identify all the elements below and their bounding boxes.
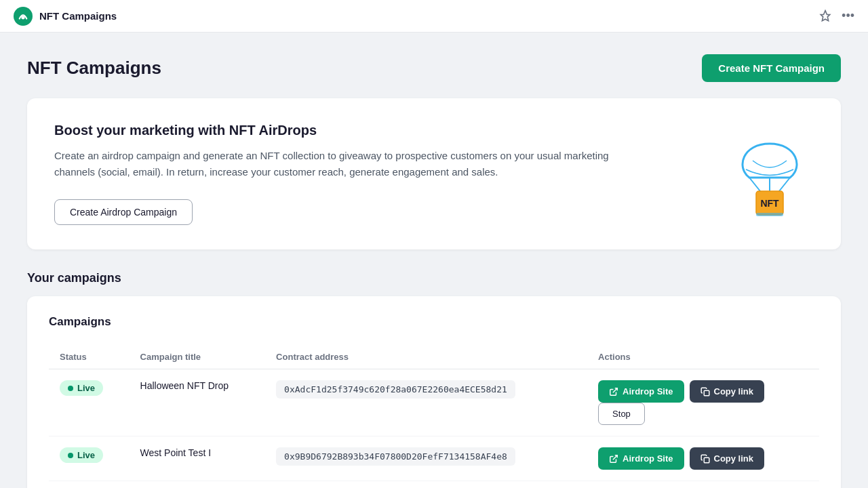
campaign-title-cell: West Point Test I — [130, 436, 266, 481]
app-logo-icon — [14, 7, 33, 26]
topbar-left: NFT Campaigns — [14, 7, 117, 26]
copy-link-label: Copy link — [714, 453, 754, 464]
stop-button[interactable]: Stop — [598, 403, 645, 425]
actions-cell: Airdrop Site Copy link — [587, 436, 819, 481]
contract-address: 0x9B9D6792B893b34F07800D20FefF7134158AF4… — [276, 447, 515, 466]
promo-card: Boost your marketing with NFT AirDrops C… — [27, 98, 841, 249]
airdrop-site-button[interactable]: Airdrop Site — [598, 380, 684, 403]
contract-address-cell: 0x9B9D6792B893b34F07800D20FefF7134158AF4… — [265, 436, 587, 481]
svg-rect-11 — [704, 458, 709, 463]
actions-row-top: Airdrop Site Copy link — [598, 447, 808, 470]
status-badge: Live — [60, 447, 103, 463]
svg-line-10 — [613, 455, 617, 459]
actions-row-bottom: Stop — [598, 403, 808, 425]
airdrop-site-label: Airdrop Site — [623, 453, 673, 464]
promo-title: Boost your marketing with NFT AirDrops — [54, 123, 637, 138]
status-badge: Live — [60, 380, 103, 396]
topbar: NFT Campaigns ••• — [0, 0, 868, 33]
svg-line-8 — [613, 388, 617, 392]
page-header: NFT Campaigns Create NFT Campaign — [27, 54, 841, 82]
topbar-title: NFT Campaigns — [39, 10, 117, 22]
table-header-row: Status Campaign title Contract address A… — [49, 345, 819, 369]
copy-link-button[interactable]: Copy link — [690, 380, 765, 403]
svg-point-1 — [21, 16, 24, 19]
campaigns-table: Status Campaign title Contract address A… — [49, 345, 819, 481]
copy-icon — [701, 387, 710, 396]
table-row: Live Halloween NFT Drop 0xAdcF1d25f3749c… — [49, 369, 819, 436]
promo-description: Create an airdrop campaign and generate … — [54, 148, 637, 180]
col-actions: Actions — [587, 345, 819, 369]
copy-link-button[interactable]: Copy link — [690, 447, 765, 470]
status-cell: Live — [49, 436, 130, 481]
contract-address-cell: 0xAdcF1d25f3749c620f28a067E2260ea4ECE58d… — [265, 369, 587, 436]
status-cell: Live — [49, 369, 130, 436]
actions-cell: Airdrop Site Copy link — [587, 369, 819, 436]
campaigns-heading: Campaigns — [49, 315, 819, 329]
create-nft-campaign-button[interactable]: Create NFT Campaign — [702, 54, 841, 82]
status-text: Live — [77, 450, 95, 460]
col-status: Status — [49, 345, 130, 369]
col-contract: Contract address — [265, 345, 587, 369]
campaigns-card: Campaigns Status Campaign title Contract… — [27, 296, 841, 488]
page-title: NFT Campaigns — [27, 58, 161, 79]
campaign-title-cell: Halloween NFT Drop — [130, 369, 266, 436]
pin-icon[interactable] — [818, 9, 832, 23]
campaigns-section: Your campaigns Campaigns Status Campaign… — [27, 271, 841, 488]
svg-rect-7 — [756, 213, 783, 216]
external-link-icon — [609, 387, 618, 396]
contract-address: 0xAdcF1d25f3749c620f28a067E2260ea4ECE58d… — [276, 380, 515, 399]
promo-content: Boost your marketing with NFT AirDrops C… — [54, 123, 637, 225]
section-label: Your campaigns — [27, 271, 841, 285]
actions-row-top: Airdrop Site Copy link — [598, 380, 808, 403]
external-link-icon — [609, 454, 618, 464]
create-airdrop-campaign-button[interactable]: Create Airdrop Campaign — [54, 199, 193, 225]
main-content: NFT Campaigns Create NFT Campaign Boost … — [0, 33, 868, 488]
table-row: Live West Point Test I 0x9B9D6792B893b34… — [49, 436, 819, 481]
status-dot — [68, 386, 73, 391]
airdrop-site-label: Airdrop Site — [623, 386, 673, 396]
status-text: Live — [77, 383, 95, 393]
airdrop-site-button[interactable]: Airdrop Site — [598, 447, 684, 470]
svg-text:NFT: NFT — [760, 198, 779, 209]
topbar-actions: ••• — [818, 9, 854, 23]
status-dot — [68, 453, 73, 458]
dots-icon[interactable]: ••• — [842, 9, 854, 23]
svg-rect-9 — [704, 390, 709, 396]
copy-link-label: Copy link — [714, 386, 754, 396]
col-title: Campaign title — [130, 345, 266, 369]
nft-illustration: NFT — [726, 130, 814, 218]
copy-icon — [701, 454, 710, 464]
